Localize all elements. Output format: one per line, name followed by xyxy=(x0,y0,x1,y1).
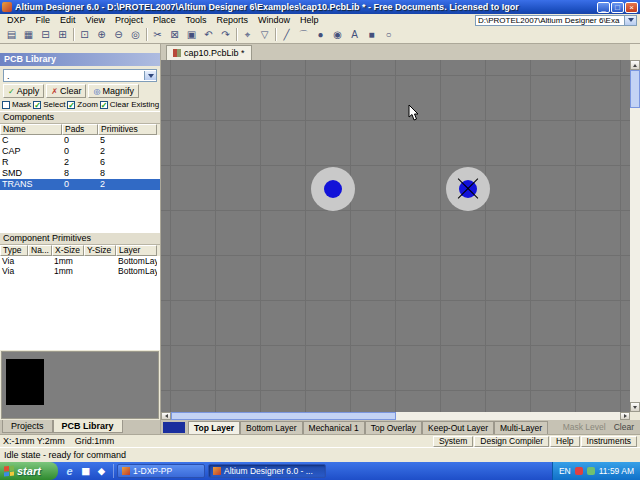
language-indicator[interactable]: EN xyxy=(559,466,571,476)
tray-app-icon[interactable] xyxy=(575,467,583,475)
menu-view[interactable]: View xyxy=(81,14,110,26)
column-header-name[interactable]: Name xyxy=(0,124,62,135)
tray-status-icon[interactable] xyxy=(587,467,595,475)
menu-help[interactable]: Help xyxy=(295,14,324,26)
system-panels-button[interactable]: System xyxy=(433,436,473,447)
document-path-combo[interactable]: D:\PROTEL2007\Altium Designer 6\Exa xyxy=(475,15,637,26)
column-header-y-size[interactable]: Y-Size xyxy=(84,245,116,256)
cut-icon[interactable]: ✂ xyxy=(149,27,166,42)
layer-tab-mechanical-1[interactable]: Mechanical 1 xyxy=(303,421,365,434)
scroll-down-button[interactable] xyxy=(630,402,640,412)
layer-tab-scroll-buttons[interactable] xyxy=(163,422,185,433)
panel-tab-projects[interactable]: Projects xyxy=(2,420,53,433)
primitive-row-via-1[interactable]: Via 1mm BottomLaye xyxy=(0,256,160,266)
paste-icon[interactable]: ▣ xyxy=(183,27,200,42)
cross-probe-icon[interactable]: ⌖ xyxy=(239,27,256,42)
scroll-left-button[interactable] xyxy=(161,412,171,420)
mask-combo-dropdown-button[interactable] xyxy=(144,71,156,80)
select-checkbox[interactable]: ✓ xyxy=(33,101,41,109)
column-header-name[interactable]: Na... xyxy=(28,245,52,256)
zoom-window-icon[interactable]: ⊡ xyxy=(76,27,93,42)
scroll-up-button[interactable] xyxy=(630,60,640,70)
undo-icon[interactable]: ↶ xyxy=(200,27,217,42)
taskbar-task-dxp-pp[interactable]: 1-DXP-PP xyxy=(117,464,205,478)
print-icon[interactable]: ⊟ xyxy=(37,27,54,42)
component-preview[interactable] xyxy=(1,351,159,419)
help-panels-button[interactable]: Help xyxy=(550,436,579,447)
internet-explorer-icon[interactable]: e xyxy=(63,465,76,478)
arc-tool-icon[interactable]: ⌒ xyxy=(295,27,312,42)
filter-icon[interactable]: ▽ xyxy=(256,27,273,42)
menu-edit[interactable]: Edit xyxy=(55,14,81,26)
clear-button[interactable]: ✗ Clear xyxy=(46,84,86,98)
menu-reports[interactable]: Reports xyxy=(211,14,253,26)
component-row-trans-selected[interactable]: TRANS 0 2 xyxy=(0,179,160,190)
save-icon[interactable]: ▦ xyxy=(20,27,37,42)
instruments-panels-button[interactable]: Instruments xyxy=(581,436,637,447)
string-tool-icon[interactable]: A xyxy=(346,27,363,42)
column-header-primitives[interactable]: Primitives xyxy=(98,124,157,135)
close-button[interactable]: × xyxy=(625,2,638,13)
pad[interactable] xyxy=(311,167,355,211)
component-row-smd[interactable]: SMD 8 8 xyxy=(0,168,160,179)
menu-tools[interactable]: Tools xyxy=(180,14,211,26)
menu-window[interactable]: Window xyxy=(253,14,295,26)
column-header-pads[interactable]: Pads xyxy=(62,124,98,135)
layer-tab-top-overlay[interactable]: Top Overlay xyxy=(365,421,422,434)
menu-dxp[interactable]: DXP xyxy=(2,14,31,26)
layer-tab-top-layer[interactable]: Top Layer xyxy=(188,421,240,434)
menu-file[interactable]: File xyxy=(31,14,56,26)
horizontal-scrollbar[interactable] xyxy=(161,412,630,420)
components-list[interactable]: C 0 5 CAP 0 2 R 2 6 SMD 8 8 TRANS 0 2 xyxy=(0,135,160,232)
design-compiler-panels-button[interactable]: Design Compiler xyxy=(474,436,549,447)
horizontal-scroll-thumb[interactable] xyxy=(171,412,396,420)
print-preview-icon[interactable]: ⊞ xyxy=(54,27,71,42)
via-tool-icon[interactable]: ◉ xyxy=(329,27,346,42)
taskbar-clock[interactable]: 11:59 AM xyxy=(599,466,634,476)
layer-tab-bottom-layer[interactable]: Bottom Layer xyxy=(240,421,303,434)
layer-tab-keep-out-layer[interactable]: Keep-Out Layer xyxy=(422,421,494,434)
vertical-scrollbar[interactable] xyxy=(630,60,640,412)
fill-tool-icon[interactable]: ■ xyxy=(363,27,380,42)
column-header-layer[interactable]: Layer xyxy=(116,245,157,256)
open-document-icon[interactable]: ▤ xyxy=(3,27,20,42)
zoom-all-icon[interactable]: ◎ xyxy=(127,27,144,42)
apply-button[interactable]: ✓ Apply xyxy=(3,84,44,98)
mask-combo[interactable]: . xyxy=(3,69,157,82)
line-tool-icon[interactable]: ╱ xyxy=(278,27,295,42)
scroll-right-button[interactable] xyxy=(620,412,630,420)
dxp-launcher-icon[interactable]: ◆ xyxy=(95,465,108,478)
altium-app-icon[interactable] xyxy=(2,2,12,12)
copy-icon[interactable]: ⊠ xyxy=(166,27,183,42)
column-header-type[interactable]: Type xyxy=(0,245,28,256)
clear-existing-checkbox[interactable]: ✓ xyxy=(100,101,108,109)
component-row-cap[interactable]: CAP 0 2 xyxy=(0,146,160,157)
redo-icon[interactable]: ↷ xyxy=(217,27,234,42)
menu-project[interactable]: Project xyxy=(110,14,148,26)
column-header-x-size[interactable]: X-Size xyxy=(52,245,84,256)
maximize-button[interactable]: □ xyxy=(611,2,624,13)
pad-selected[interactable] xyxy=(446,167,490,211)
pcb-canvas[interactable] xyxy=(161,60,630,412)
taskbar-task-altium-designer[interactable]: Altium Designer 6.0 - ... xyxy=(208,464,326,478)
mask-checkbox[interactable] xyxy=(2,101,10,109)
magnify-button[interactable]: ◎ Magnify xyxy=(88,84,139,98)
menu-place[interactable]: Place xyxy=(148,14,181,26)
mask-clear-button[interactable]: Clear xyxy=(614,422,634,432)
layer-tab-multi-layer[interactable]: Multi-Layer xyxy=(494,421,548,434)
zoom-in-icon[interactable]: ⊕ xyxy=(93,27,110,42)
panel-tab-pcb-library[interactable]: PCB Library xyxy=(53,420,123,433)
primitive-row-via-2[interactable]: Via 1mm BottomLaye xyxy=(0,266,160,276)
document-tab-cap10[interactable]: cap10.PcbLib * xyxy=(166,45,252,60)
zoom-checkbox[interactable]: ✓ xyxy=(67,101,75,109)
vertical-scroll-thumb[interactable] xyxy=(630,70,640,108)
show-desktop-icon[interactable]: ▦ xyxy=(79,465,92,478)
component-row-c[interactable]: C 0 5 xyxy=(0,135,160,146)
minimize-button[interactable]: _ xyxy=(597,2,610,13)
component-row-r[interactable]: R 2 6 xyxy=(0,157,160,168)
primitives-list[interactable]: Via 1mm BottomLaye Via 1mm BottomLaye xyxy=(0,256,160,350)
pad-tool-icon[interactable]: ● xyxy=(312,27,329,42)
path-combo-dropdown-button[interactable] xyxy=(624,16,636,25)
circle-tool-icon[interactable]: ○ xyxy=(380,27,397,42)
start-button[interactable]: start xyxy=(0,462,58,480)
